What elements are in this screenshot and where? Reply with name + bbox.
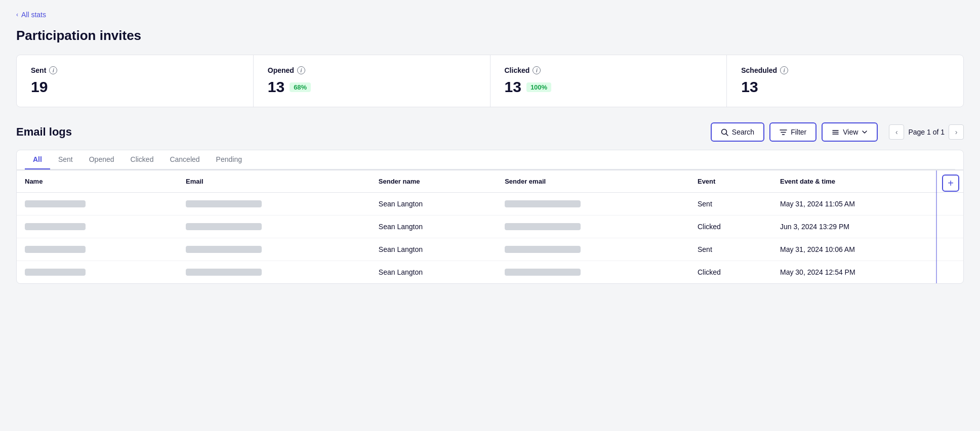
- email-placeholder: [186, 223, 262, 230]
- stat-scheduled-label: Scheduled i: [741, 66, 949, 74]
- stat-clicked: Clicked i 13 100%: [491, 55, 727, 107]
- chevron-down-icon: [862, 129, 868, 135]
- tab-canceled[interactable]: Canceled: [161, 150, 208, 169]
- cell-name: [17, 216, 178, 238]
- email-placeholder: [186, 200, 262, 207]
- tabs-row: All Sent Opened Clicked Canceled Pending: [25, 150, 955, 169]
- cell-email: [178, 261, 371, 284]
- view-button[interactable]: View: [822, 122, 878, 142]
- table-wrapper: + Name Email Sender name Sender email Ev…: [16, 170, 964, 284]
- cell-event: Clicked: [689, 261, 772, 284]
- search-button[interactable]: Search: [711, 122, 764, 142]
- stat-scheduled-value: 13: [741, 78, 949, 96]
- tab-pending[interactable]: Pending: [208, 150, 250, 169]
- right-border-line: [936, 170, 937, 283]
- add-column-button[interactable]: +: [942, 175, 959, 192]
- page-container: ‹ All stats Participation invites Sent i…: [0, 0, 980, 431]
- prev-page-button[interactable]: ‹: [889, 124, 904, 140]
- view-icon: [832, 128, 839, 136]
- cell-sender-name: Sean Langton: [371, 193, 497, 216]
- cell-event: Clicked: [689, 216, 772, 238]
- pagination-controls: ‹ Page 1 of 1 ›: [889, 124, 964, 140]
- table-row: Sean Langton Clicked Jun 3, 2024 13:29 P…: [17, 216, 963, 238]
- page-title: Participation invites: [16, 28, 964, 44]
- table-row: Sean Langton Clicked May 30, 2024 12:54 …: [17, 261, 963, 284]
- cell-event: Sent: [689, 193, 772, 216]
- stat-clicked-label: Clicked i: [505, 66, 713, 74]
- name-placeholder: [25, 200, 86, 207]
- col-sender-email: Sender email: [497, 170, 689, 193]
- stats-card: Sent i 19 Opened i 13 68% Clicked i: [16, 55, 964, 107]
- tab-all[interactable]: All: [25, 150, 50, 169]
- table-row: Sean Langton Sent May 31, 2024 10:06 AM: [17, 238, 963, 261]
- opened-badge: 68%: [290, 82, 311, 92]
- cell-event-datetime: May 30, 2024 12:54 PM: [772, 261, 963, 284]
- cell-email: [178, 238, 371, 261]
- email-logs-section: Email logs Search: [16, 122, 964, 284]
- sender-email-placeholder: [505, 200, 581, 207]
- table-row: Sean Langton Sent May 31, 2024 11:05 AM: [17, 193, 963, 216]
- stat-opened-label: Opened i: [268, 66, 476, 74]
- cell-event: Sent: [689, 238, 772, 261]
- sent-info-icon[interactable]: i: [49, 66, 57, 74]
- cell-email: [178, 216, 371, 238]
- chevron-left-icon: ‹: [16, 11, 18, 18]
- col-event: Event: [689, 170, 772, 193]
- back-link-label: All stats: [21, 11, 46, 19]
- back-link[interactable]: ‹ All stats: [16, 11, 46, 19]
- cell-name: [17, 261, 178, 284]
- clicked-info-icon[interactable]: i: [533, 66, 541, 74]
- col-email: Email: [178, 170, 371, 193]
- cell-event-datetime: May 31, 2024 11:05 AM: [772, 193, 963, 216]
- tab-clicked[interactable]: Clicked: [123, 150, 162, 169]
- cell-name: [17, 238, 178, 261]
- scheduled-info-icon[interactable]: i: [780, 66, 788, 74]
- svg-line-1: [726, 134, 728, 136]
- stat-clicked-value: 13 100%: [505, 78, 713, 96]
- clicked-badge: 100%: [526, 82, 551, 92]
- cell-sender-name: Sean Langton: [371, 238, 497, 261]
- email-logs-title: Email logs: [16, 125, 72, 139]
- tab-sent[interactable]: Sent: [50, 150, 81, 169]
- tabs-section: All Sent Opened Clicked Canceled Pending: [16, 150, 964, 170]
- cell-event-datetime: Jun 3, 2024 13:29 PM: [772, 216, 963, 238]
- cell-email: [178, 193, 371, 216]
- stat-opened-value: 13 68%: [268, 78, 476, 96]
- col-event-datetime: Event date & time: [772, 170, 963, 193]
- sender-email-placeholder: [505, 223, 581, 230]
- sender-email-placeholder: [505, 269, 581, 276]
- email-placeholder: [186, 269, 262, 276]
- stat-sent-label: Sent i: [31, 66, 239, 74]
- stat-sent: Sent i 19: [17, 55, 254, 107]
- cell-event-datetime: May 31, 2024 10:06 AM: [772, 238, 963, 261]
- stat-sent-value: 19: [31, 78, 239, 96]
- cell-sender-email: [497, 193, 689, 216]
- cell-sender-email: [497, 238, 689, 261]
- name-placeholder: [25, 223, 86, 230]
- page-info: Page 1 of 1: [908, 128, 945, 136]
- col-sender-name: Sender name: [371, 170, 497, 193]
- sender-email-placeholder: [505, 246, 581, 253]
- stat-opened: Opened i 13 68%: [254, 55, 491, 107]
- cell-sender-name: Sean Langton: [371, 216, 497, 238]
- opened-info-icon[interactable]: i: [297, 66, 305, 74]
- search-icon: [721, 128, 728, 136]
- cell-sender-name: Sean Langton: [371, 261, 497, 284]
- filter-icon: [780, 128, 787, 136]
- toolbar: Search Filter: [711, 122, 878, 142]
- email-table: Name Email Sender name Sender email Even…: [17, 170, 963, 283]
- cell-sender-email: [497, 216, 689, 238]
- cell-sender-email: [497, 261, 689, 284]
- col-name: Name: [17, 170, 178, 193]
- table-header-row: Name Email Sender name Sender email Even…: [17, 170, 963, 193]
- cell-name: [17, 193, 178, 216]
- section-header: Email logs Search: [16, 122, 964, 142]
- filter-button[interactable]: Filter: [769, 122, 816, 142]
- email-placeholder: [186, 246, 262, 253]
- tab-opened[interactable]: Opened: [81, 150, 123, 169]
- name-placeholder: [25, 246, 86, 253]
- next-page-button[interactable]: ›: [949, 124, 964, 140]
- stat-scheduled: Scheduled i 13: [727, 55, 963, 107]
- name-placeholder: [25, 269, 86, 276]
